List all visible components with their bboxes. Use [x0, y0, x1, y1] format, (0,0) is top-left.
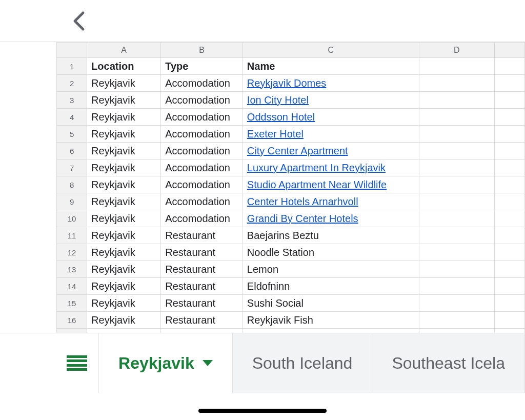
row-number[interactable]: 1 — [57, 58, 87, 75]
cell-name[interactable]: Sushi Social — [243, 295, 419, 312]
cell[interactable] — [494, 210, 524, 227]
cell[interactable] — [419, 159, 494, 176]
cell[interactable] — [419, 295, 494, 312]
cell[interactable] — [419, 261, 494, 278]
name-link[interactable]: Exeter Hotel — [247, 128, 304, 139]
corner-cell[interactable] — [57, 43, 87, 58]
cell-type[interactable]: Restaurant — [161, 295, 243, 312]
cell[interactable] — [494, 143, 524, 159]
cell-type[interactable]: Restaurant — [161, 278, 243, 295]
cell-type[interactable]: Accomodation — [161, 109, 243, 126]
cell-location[interactable]: Reykjavik — [87, 261, 161, 278]
cell[interactable] — [494, 193, 524, 210]
cell[interactable] — [494, 227, 524, 244]
row-number[interactable]: 3 — [57, 92, 87, 109]
name-link[interactable]: Ion City Hotel — [247, 94, 309, 106]
cell-location[interactable]: Reykjavik — [87, 143, 161, 159]
cell[interactable] — [419, 193, 494, 210]
cell-name[interactable]: Oddsson Hotel — [243, 109, 419, 126]
cell-location[interactable]: Reykjavik — [87, 109, 161, 126]
cell[interactable] — [419, 278, 494, 295]
cell-location[interactable]: Reykjavik — [87, 210, 161, 227]
cell[interactable] — [494, 126, 524, 143]
cell-location[interactable]: Reykjavik — [87, 278, 161, 295]
cell[interactable] — [494, 312, 524, 329]
cell-type[interactable]: Restaurant — [161, 329, 243, 333]
name-link[interactable]: Luxury Apartment In Reykjavik — [247, 162, 386, 173]
row-number[interactable]: 11 — [57, 227, 87, 244]
cell[interactable] — [419, 126, 494, 143]
cell[interactable] — [494, 58, 524, 75]
cell-name[interactable]: Center Hotels Arnarhvoll — [243, 193, 419, 210]
all-sheets-button[interactable] — [55, 333, 99, 393]
row-number[interactable]: 12 — [57, 244, 87, 261]
col-header-C[interactable]: C — [243, 43, 419, 58]
cell-header-location[interactable]: Location — [87, 58, 161, 75]
row-number[interactable]: 17 — [57, 329, 87, 333]
cell-name[interactable]: Reykjavik Domes — [243, 75, 419, 92]
cell-name[interactable]: Ion City Hotel — [243, 92, 419, 109]
cell-type[interactable]: Accomodation — [161, 176, 243, 193]
row-number[interactable]: 13 — [57, 261, 87, 278]
row-number[interactable]: 14 — [57, 278, 87, 295]
spreadsheet[interactable]: A B C D 1 Location Type Name 2ReykjavikA… — [0, 42, 525, 333]
cell-type[interactable]: Accomodation — [161, 92, 243, 109]
name-link[interactable]: Oddsson Hotel — [247, 111, 315, 123]
cell[interactable] — [494, 159, 524, 176]
cell-name[interactable]: Reykjavik Fish — [243, 312, 419, 329]
row-number[interactable]: 6 — [57, 143, 87, 159]
cell-location[interactable]: Reykjavik — [87, 126, 161, 143]
row-number[interactable]: 2 — [57, 75, 87, 92]
row-number[interactable]: 5 — [57, 126, 87, 143]
cell-type[interactable]: Restaurant — [161, 312, 243, 329]
name-link[interactable]: Center Hotels Arnarhvoll — [247, 196, 358, 207]
name-link[interactable]: Studio Apartment Near Wildlife — [247, 179, 387, 190]
row-number[interactable]: 7 — [57, 159, 87, 176]
back-icon[interactable] — [72, 11, 86, 31]
cell[interactable] — [419, 58, 494, 75]
cell-type[interactable]: Accomodation — [161, 193, 243, 210]
cell[interactable] — [494, 295, 524, 312]
cell-location[interactable]: Reykjavik — [87, 193, 161, 210]
cell-location[interactable]: Reykjavik — [87, 312, 161, 329]
cell-type[interactable]: Accomodation — [161, 210, 243, 227]
cell-location[interactable]: Reykjavik — [87, 176, 161, 193]
cell[interactable] — [494, 92, 524, 109]
cell[interactable] — [494, 278, 524, 295]
cell-name[interactable]: Baejarins Beztu — [243, 227, 419, 244]
col-header-D[interactable]: D — [419, 43, 494, 58]
cell-name[interactable]: Luxury Apartment In Reykjavik — [243, 159, 419, 176]
cell-name[interactable]: Dill Restaurant — [243, 329, 419, 333]
col-header-E[interactable] — [494, 43, 524, 58]
cell[interactable] — [419, 312, 494, 329]
cell[interactable] — [419, 75, 494, 92]
cell[interactable] — [419, 210, 494, 227]
tab-southeast-iceland[interactable]: Southeast Icela — [372, 333, 525, 393]
cell[interactable] — [419, 227, 494, 244]
cell-location[interactable]: Reykjavik — [87, 244, 161, 261]
cell[interactable] — [494, 244, 524, 261]
cell[interactable] — [494, 75, 524, 92]
row-number[interactable]: 16 — [57, 312, 87, 329]
cell-name[interactable]: Eldofninn — [243, 278, 419, 295]
cell-type[interactable]: Restaurant — [161, 227, 243, 244]
cell[interactable] — [419, 109, 494, 126]
col-header-B[interactable]: B — [161, 43, 243, 58]
cell-type[interactable]: Restaurant — [161, 261, 243, 278]
row-number[interactable]: 15 — [57, 295, 87, 312]
cell-location[interactable]: Reykjavik — [87, 295, 161, 312]
row-number[interactable]: 4 — [57, 109, 87, 126]
cell-name[interactable]: Lemon — [243, 261, 419, 278]
cell-location[interactable]: Reykjavik — [87, 92, 161, 109]
cell-type[interactable]: Restaurant — [161, 244, 243, 261]
cell[interactable] — [494, 109, 524, 126]
cell[interactable] — [419, 143, 494, 159]
tab-reykjavik[interactable]: Reykjavik — [99, 333, 233, 393]
cell[interactable] — [494, 176, 524, 193]
cell-location[interactable]: Reykjavik — [87, 329, 161, 333]
cell-name[interactable]: Studio Apartment Near Wildlife — [243, 176, 419, 193]
col-header-A[interactable]: A — [87, 43, 161, 58]
cell[interactable] — [494, 329, 524, 333]
cell-name[interactable]: Grandi By Center Hotels — [243, 210, 419, 227]
cell-type[interactable]: Accomodation — [161, 159, 243, 176]
